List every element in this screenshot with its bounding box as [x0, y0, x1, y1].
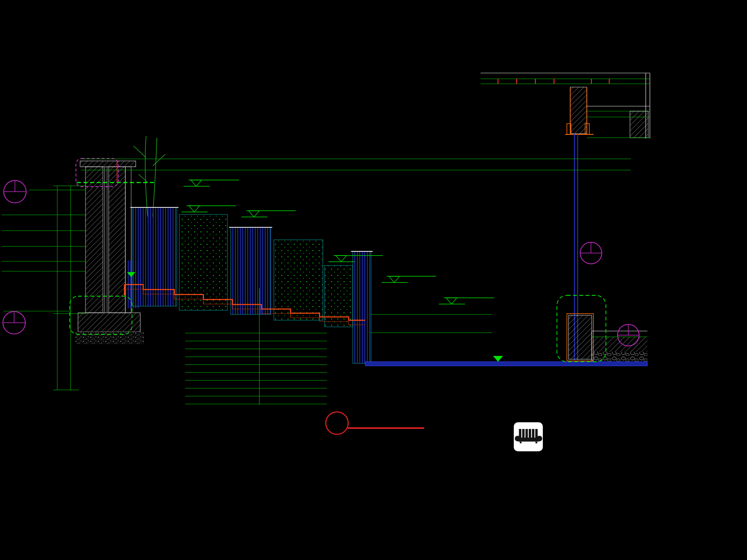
wall-cap [80, 161, 136, 167]
column-section [570, 87, 587, 134]
rebar-ticks [498, 79, 609, 84]
hedge-panel [274, 240, 323, 320]
roof-structure [481, 73, 650, 360]
callout-mid-right [580, 242, 602, 264]
cad-screenshot [0, 0, 747, 560]
callout-bottom-left [3, 312, 25, 334]
title-block [326, 412, 424, 434]
water-wall-panel [231, 227, 271, 314]
cad-drawing [0, 0, 747, 560]
wall-footing [78, 313, 140, 332]
cascade-panels [130, 207, 373, 363]
callout-top-left [4, 180, 26, 203]
vertical-dimensions [53, 186, 86, 390]
site-footer-logo [514, 422, 543, 451]
water-level-triangle [493, 356, 503, 362]
left-annotations [2, 190, 85, 311]
detail-number-circle [326, 412, 348, 434]
pool-water [365, 362, 647, 366]
tree [134, 136, 165, 217]
dimension-chain [81, 159, 631, 170]
right-annotations [371, 314, 492, 333]
water-wall-panel [132, 207, 177, 306]
pool-back-wall [353, 251, 371, 363]
tree-trunk [145, 136, 148, 217]
pool-right-wall [567, 314, 647, 362]
